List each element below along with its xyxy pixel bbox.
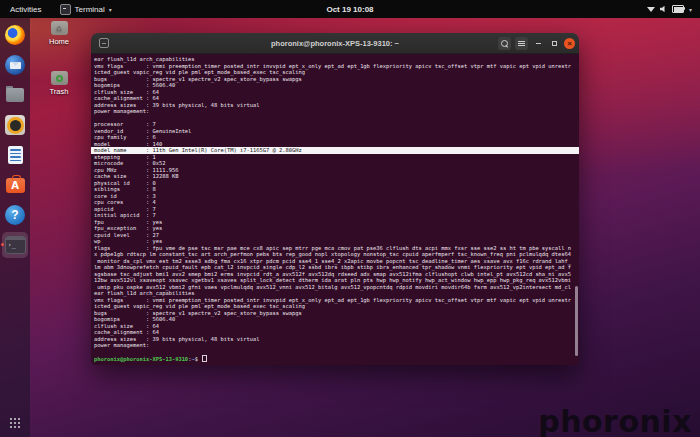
wifi-icon <box>647 7 655 12</box>
titlebar[interactable]: phoronix@phoronix-XPS-13-9310: ~ × <box>91 33 579 54</box>
home-folder-icon: ⌂ <box>51 21 68 35</box>
libreoffice-writer-icon <box>8 146 23 164</box>
window-icon <box>99 38 109 48</box>
terminal-line: x pdpe1gb rdtscp lm constant_tsc art arc… <box>94 251 579 258</box>
scrollbar-thumb[interactable] <box>575 286 578 356</box>
search-icon <box>501 40 508 47</box>
maximize-icon <box>552 41 557 46</box>
files-icon <box>6 88 24 102</box>
desktop-icon-label: Trash <box>36 87 82 96</box>
search-button[interactable] <box>498 37 511 50</box>
dock-item-firefox[interactable] <box>2 22 28 48</box>
grid-icon <box>10 418 12 420</box>
dock-item-thunderbird[interactable] <box>2 52 28 78</box>
dock-item-terminal[interactable] <box>2 232 28 258</box>
desktop-icon-trash[interactable]: Trash <box>36 71 82 96</box>
top-bar: Activities Terminal ▾ Oct 19 10:08 ▾ <box>0 0 700 18</box>
ubuntu-software-icon: A <box>6 178 25 193</box>
dock: A ? <box>0 18 30 437</box>
desktop-icon-label: Home <box>36 37 82 46</box>
maximize-button[interactable] <box>548 37 560 50</box>
close-button[interactable]: × <box>564 38 575 49</box>
minimize-icon <box>536 43 541 44</box>
dock-item-libreoffice-writer[interactable] <box>2 142 28 168</box>
help-icon: ? <box>5 205 25 225</box>
volume-icon <box>660 6 667 13</box>
terminal-icon <box>60 4 71 15</box>
show-applications-button[interactable] <box>9 417 21 429</box>
rhythmbox-icon <box>5 115 25 135</box>
window-title: phoronix@phoronix-XPS-13-9310: ~ <box>271 39 399 48</box>
minimize-button[interactable] <box>532 37 544 50</box>
dock-item-files[interactable] <box>2 82 28 108</box>
activities-label: Activities <box>10 5 42 14</box>
activities-button[interactable]: Activities <box>0 0 52 18</box>
app-menu-terminal[interactable]: Terminal ▾ <box>52 0 120 18</box>
trash-icon <box>51 71 68 85</box>
terminal-content[interactable]: ear flush_l1d arch_capabilitiesvmx flags… <box>91 54 579 365</box>
terminal-prompt: phoronix@phoronix-XPS-13-9310:~$ <box>94 355 579 362</box>
active-indicator-dot <box>1 243 4 246</box>
terminal-output: ear flush_l1d arch_capabilitiesvmx flags… <box>94 56 579 362</box>
desktop-icon-home[interactable]: ⌂ Home <box>36 21 82 46</box>
chevron-down-icon: ▾ <box>109 6 112 13</box>
terminal-line: lm abm 3dnowprefetch cpuid_fault epb cat… <box>94 264 579 271</box>
menu-button[interactable] <box>515 37 528 50</box>
chevron-down-icon: ▾ <box>689 6 692 13</box>
firefox-icon <box>5 25 25 45</box>
dock-item-rhythmbox[interactable] <box>2 112 28 138</box>
hamburger-icon <box>518 43 525 44</box>
dock-item-help[interactable]: ? <box>2 202 28 228</box>
terminal-line: 12bw avx512vl xsaveopt xsavec xgetbv1 xs… <box>94 277 579 284</box>
system-tray[interactable]: ▾ <box>643 0 696 18</box>
terminal-app-icon <box>5 236 26 254</box>
phoronix-watermark: phoronix <box>538 404 692 437</box>
app-menu-label: Terminal <box>75 5 105 14</box>
thunderbird-icon <box>5 55 25 75</box>
battery-icon <box>672 5 684 13</box>
terminal-window: phoronix@phoronix-XPS-13-9310: ~ × ear f… <box>91 33 579 365</box>
terminal-cursor <box>202 355 207 362</box>
dock-item-ubuntu-software[interactable]: A <box>2 172 28 198</box>
